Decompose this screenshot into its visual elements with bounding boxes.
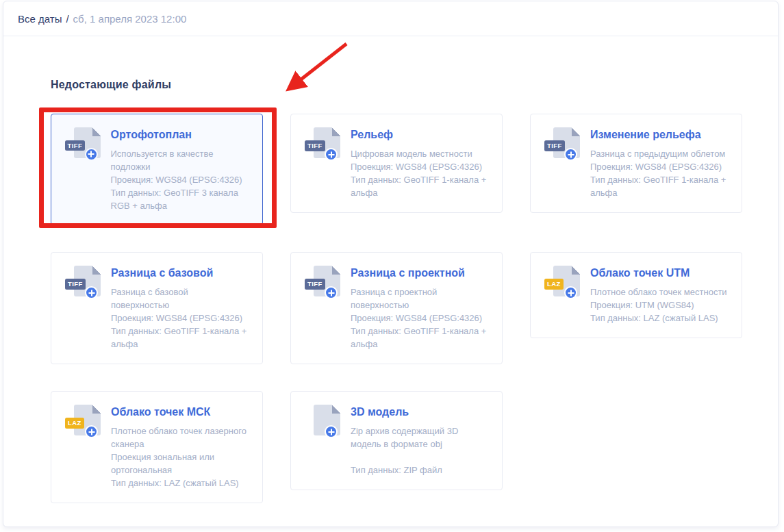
breadcrumb-current-date: сб, 1 апреля 2023 12:00: [73, 13, 187, 25]
file-icon: [305, 405, 340, 439]
card-description-line: Используется в качестве подложки: [111, 147, 249, 173]
card-description: Плотное облако точек лазерного сканераПр…: [111, 425, 249, 490]
card-description: Цифровая модель местностиПроекция: WGS84…: [351, 147, 488, 199]
add-plus-icon: [325, 148, 338, 161]
card-description-line: Тип данных: GeoTIFF 1-канала + альфа: [590, 173, 728, 199]
file-type-badge: TIFF: [65, 279, 86, 290]
card-text: Ортофотоплан Используется в качестве под…: [111, 127, 249, 212]
card-description-line: Цифровая модель местности: [351, 147, 488, 160]
card-text: Разница с проектной Разница с проектной …: [351, 266, 488, 351]
card-description: Разница с проектной поверхностьюПроекция…: [351, 286, 488, 351]
file-type-badge: TIFF: [305, 140, 325, 151]
file-type-badge: TIFF: [305, 279, 325, 290]
main-panel: Все даты / сб, 1 апреля 2023 12:00 Недос…: [3, 1, 779, 527]
add-plus-icon: [325, 425, 338, 438]
add-plus-icon: [564, 148, 577, 161]
card-title: Ортофотоплан: [111, 129, 249, 141]
card-description-line: Проекция: WGS84 (EPSG:4326): [590, 160, 728, 173]
file-type-badge: TIFF: [65, 140, 86, 151]
file-icon: TIFF: [65, 127, 101, 162]
add-plus-icon: [85, 286, 98, 299]
card-description: Разница с базовой поверхностьюПроекция: …: [111, 286, 249, 351]
card-description-line: Проекция: UTM (WGS84): [590, 299, 727, 312]
file-fold-corner: [332, 266, 340, 275]
card-description-line: Проекция: WGS84 (EPSG:4326): [111, 173, 249, 186]
file-fold-corner: [332, 127, 340, 136]
card-description: Используется в качестве подложкиПроекция…: [111, 147, 249, 212]
file-icon: TIFF: [305, 266, 340, 300]
breadcrumb-separator: /: [66, 13, 68, 25]
add-plus-icon: [85, 148, 98, 161]
add-plus-icon: [564, 286, 577, 299]
card-title: Изменение рельефа: [590, 129, 728, 141]
file-card[interactable]: TIFF Разница с проектной Разница с проек…: [290, 252, 503, 364]
file-fold-corner: [332, 405, 340, 414]
file-icon: TIFF: [65, 266, 101, 300]
card-description-line: Проекция: WGS84 (EPSG:4326): [351, 160, 488, 173]
card-description-line: Разница с предыдущим облетом: [590, 147, 728, 160]
file-card[interactable]: TIFF Рельеф Цифровая модель местностиПро…: [290, 114, 503, 213]
card-description-line: Проекция зональная или ортогональная: [111, 451, 249, 477]
card-description-line: Тип данных: GeoTIFF 1-канала + альфа: [111, 325, 249, 351]
file-fold-corner: [92, 127, 101, 136]
card-description-line: Разница с проектной поверхностью: [351, 286, 488, 312]
card-text: Облако точек UTM Плотное облако точек ме…: [590, 266, 727, 325]
card-title: Рельеф: [351, 129, 488, 141]
file-icon: LAZ: [65, 405, 101, 439]
file-fold-corner: [572, 127, 580, 136]
breadcrumb-all-dates-link[interactable]: Все даты: [18, 13, 62, 25]
card-description-line: Тип данных: LAZ (сжатый LAS): [111, 477, 249, 490]
page-title: Недостающие файлы: [51, 79, 778, 91]
file-card[interactable]: TIFF Разница с базовой Разница с базовой…: [51, 252, 263, 364]
card-title: Разница с проектной: [351, 267, 488, 279]
card-title: Облако точек UTM: [590, 267, 727, 279]
card-title: Разница с базовой: [111, 267, 249, 279]
card-text: Разница с базовой Разница с базовой пове…: [111, 266, 249, 351]
file-icon: TIFF: [544, 127, 580, 162]
file-card[interactable]: LAZ Облако точек UTM Плотное облако точе…: [530, 252, 742, 338]
card-description: Разница с предыдущим облетомПроекция: WG…: [590, 147, 728, 199]
card-description-line: Тип данных: LAZ (сжатый LAS): [590, 312, 727, 325]
add-plus-icon: [325, 286, 338, 299]
card-description-line: Тип данных: GeoTIFF 1-канала + альфа: [351, 173, 488, 199]
add-plus-icon: [85, 425, 98, 438]
card-text: Рельеф Цифровая модель местностиПроекция…: [351, 127, 488, 199]
file-icon: TIFF: [305, 127, 340, 162]
card-description-line: Плотное облако точек местности: [590, 286, 727, 299]
file-type-badge: TIFF: [544, 140, 565, 151]
file-card[interactable]: TIFF Изменение рельефа Разница с предыду…: [530, 114, 742, 213]
card-description-line: Проекция: WGS84 (EPSG:4326): [111, 312, 249, 325]
file-card[interactable]: LAZ Облако точек МСК Плотное облако точе…: [51, 391, 263, 503]
file-fold-corner: [92, 405, 101, 414]
content-area: Недостающие файлы TIFF Ортофотоплан Испо…: [3, 36, 778, 503]
card-description-line: Проекция: WGS84 (EPSG:4326): [351, 312, 488, 325]
breadcrumb: Все даты / сб, 1 апреля 2023 12:00: [3, 1, 778, 36]
card-description-line: Zip архив содержащий 3D модель в формате…: [351, 425, 488, 451]
card-description-line: Разница с базовой поверхностью: [111, 286, 249, 312]
card-description-line: Плотное облако точек лазерного сканера: [111, 425, 249, 451]
file-type-badge: LAZ: [65, 418, 84, 429]
card-text: Облако точек МСК Плотное облако точек ла…: [111, 405, 249, 490]
card-description-line: Тип данных: ZIP файл: [351, 464, 488, 477]
card-description-line: Тип данных: GeoTIFF 3 канала RGB + альфа: [111, 186, 249, 212]
card-description-line: Тип данных: GeoTIFF 1-канала + альфа: [351, 325, 488, 351]
card-title: Облако точек МСК: [111, 406, 249, 418]
card-text: Изменение рельефа Разница с предыдущим о…: [590, 127, 728, 199]
card-text: 3D модель Zip архив содержащий 3D модель…: [351, 405, 488, 477]
file-fold-corner: [92, 266, 101, 275]
file-card[interactable]: TIFF Ортофотоплан Используется в качеств…: [51, 114, 263, 225]
file-card[interactable]: 3D модель Zip архив содержащий 3D модель…: [290, 391, 503, 490]
file-icon: LAZ: [544, 266, 580, 300]
file-fold-corner: [572, 266, 580, 275]
file-type-badge: LAZ: [544, 279, 564, 290]
cards-grid: TIFF Ортофотоплан Используется в качеств…: [51, 114, 778, 503]
card-description: Плотное облако точек местностиПроекция: …: [590, 286, 727, 325]
card-description-line: [351, 451, 488, 464]
card-title: 3D модель: [351, 406, 488, 418]
card-description: Zip архив содержащий 3D модель в формате…: [351, 425, 488, 477]
